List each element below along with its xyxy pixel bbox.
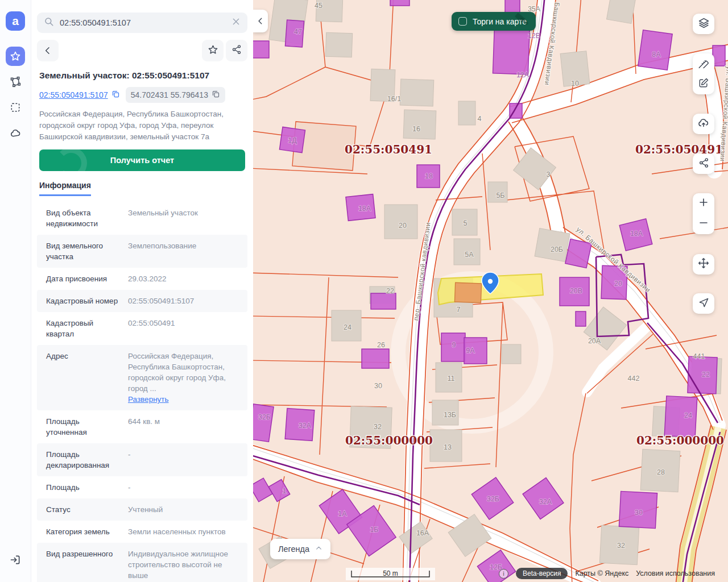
parcel-label: 20	[399, 222, 407, 230]
ruler-icon	[698, 57, 709, 70]
table-row: СтатусУчтенный	[37, 498, 247, 521]
row-value: 644 кв. м	[128, 417, 160, 426]
coordinates-chip[interactable]: 54.702431 55.796413	[126, 87, 225, 103]
building-label: 18А	[358, 205, 371, 213]
building-label: 1А	[338, 510, 347, 518]
row-label: Категория земель	[46, 526, 121, 537]
terms-link[interactable]: Условия использования	[636, 569, 715, 577]
pan-control	[693, 254, 714, 275]
expand-link[interactable]: Развернуть	[128, 395, 169, 404]
building-label: 30	[635, 509, 643, 517]
sidebar-item-favorites[interactable]	[6, 47, 25, 66]
map-share-button[interactable]	[693, 153, 714, 174]
parcel-label: 24	[344, 323, 351, 331]
row-value: -	[128, 483, 131, 492]
row-value-cell: Землепользование	[121, 240, 238, 262]
row-label: Дата присвоения	[46, 273, 121, 284]
layers-control	[693, 14, 714, 34]
row-value: Индивидуальное жилищное строительство вы…	[128, 550, 228, 580]
quarter-label: 02:55:000000	[345, 434, 433, 447]
clear-search-icon[interactable]	[231, 17, 241, 28]
table-row: Вид разрешенногоИндивидуальное жилищное …	[37, 543, 247, 582]
zoom-in-button[interactable]	[693, 193, 714, 214]
sidebar-item-polygon-tool[interactable]	[6, 72, 25, 92]
row-value: 29.03.2022	[128, 275, 167, 283]
checkbox-icon[interactable]	[458, 17, 467, 26]
tab-information[interactable]: Информация	[39, 181, 91, 196]
parcel-label: 4	[478, 115, 482, 123]
sidebar-item-select-area[interactable]	[6, 98, 25, 117]
row-value: Учтенный	[128, 505, 163, 514]
pan-icon	[698, 257, 709, 271]
star-icon	[208, 44, 218, 57]
coordinates-value: 54.702431 55.796413	[131, 90, 208, 99]
yandex-attribution[interactable]: Карты © Яндекс	[575, 569, 628, 577]
get-report-button[interactable]: Получить отчет	[39, 149, 245, 171]
row-label: Площадь	[46, 482, 121, 493]
building-label: 18	[425, 172, 433, 180]
table-row: Кадастровый номер02:55:050491:5107	[37, 290, 247, 312]
table-row: АдресРоссийская Федерация, Республика Ба…	[37, 345, 247, 410]
row-label: Площадь декларированная	[46, 449, 121, 471]
legend-button[interactable]: Легенда	[270, 539, 330, 559]
favorite-button[interactable]	[202, 40, 224, 61]
building-label: 24	[684, 411, 692, 419]
back-button[interactable]	[37, 40, 59, 61]
parcel-label: 441	[693, 352, 705, 360]
cloud-upload-button[interactable]	[693, 114, 714, 134]
info-table: Вид объекта недвижимостиЗемельный участо…	[37, 202, 247, 582]
parcel-label: 5Б	[496, 192, 504, 199]
parcel-label: 13Б	[444, 411, 456, 419]
parcel-label: 11	[448, 375, 455, 383]
table-row: Кадастровый квартал02:55:050491	[37, 312, 247, 345]
row-value-cell: 644 кв. м	[121, 416, 238, 438]
app-window: a Земельный участок: 02:55:050	[0, 0, 728, 582]
layers-button[interactable]	[693, 14, 714, 34]
search-bar	[37, 13, 247, 33]
gavel-icon	[508, 13, 531, 31]
edit-icon	[698, 77, 709, 91]
collapse-panel-button[interactable]	[253, 10, 268, 32]
share-button[interactable]	[226, 40, 247, 61]
building-label: 1	[283, 487, 287, 495]
row-value: -	[128, 450, 131, 459]
scale-label: 50 m	[383, 569, 398, 580]
quarter-label: 02:55:050491	[345, 143, 432, 156]
cadastral-map[interactable]: 02:55:05049102:55:05049102:55:00000002:5…	[253, 0, 728, 582]
table-row: Дата присвоения29.03.2022	[37, 268, 247, 290]
draw-button[interactable]	[693, 74, 714, 94]
copy-icon[interactable]	[212, 90, 220, 100]
ruler-button[interactable]	[693, 53, 714, 74]
info-icon[interactable]: i	[499, 569, 508, 579]
cadastral-number-link[interactable]: 02:55:050491:5107	[39, 90, 120, 100]
share-icon	[231, 44, 242, 57]
table-row: Вид объекта недвижимостиЗемельный участо…	[37, 202, 247, 235]
detail-panel: Земельный участок: 02:55:050491:5107 02:…	[31, 0, 253, 582]
row-value: Земли населенных пунктов	[128, 527, 226, 536]
app-logo[interactable]: a	[6, 11, 25, 31]
cadastral-number: 02:55:050491:5107	[39, 90, 108, 99]
parcel-label: 32	[374, 423, 382, 431]
star-icon	[10, 51, 21, 62]
measure-draw-control	[693, 53, 714, 94]
locate-button[interactable]	[693, 293, 714, 314]
parcel-label: 45	[315, 2, 322, 10]
pan-button[interactable]	[693, 254, 714, 275]
row-value: 02:55:050491:5107	[128, 297, 194, 305]
quarter-label: 02:55:000000	[636, 434, 724, 447]
building-label: 22	[702, 371, 710, 379]
parcel-label: 13	[444, 443, 452, 451]
copy-icon[interactable]	[111, 90, 120, 100]
parcel-label: 20А	[588, 337, 601, 345]
share-control	[693, 153, 714, 174]
zoom-out-button[interactable]	[693, 214, 714, 234]
parcel-label: 442	[628, 375, 640, 383]
row-value-cell: Земли населенных пунктов	[121, 526, 238, 537]
sidebar-item-cloud[interactable]	[6, 123, 25, 143]
navigation-icon	[698, 297, 709, 310]
login-button[interactable]	[6, 550, 25, 569]
search-input[interactable]	[60, 18, 226, 27]
map-area[interactable]: 02:55:05049102:55:05049102:55:00000002:5…	[253, 0, 728, 582]
icon-rail: a	[0, 0, 31, 582]
auction-toggle[interactable]: Торги на карте	[452, 12, 536, 31]
